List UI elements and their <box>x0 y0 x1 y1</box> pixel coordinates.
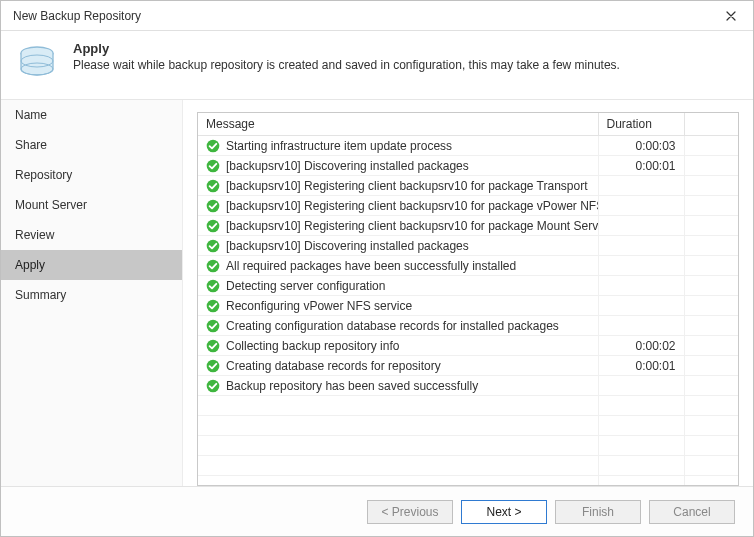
sidebar-item-summary[interactable]: Summary <box>1 280 182 310</box>
table-row <box>198 476 738 487</box>
table-row[interactable]: All required packages have been successf… <box>198 256 738 276</box>
sidebar-item-apply[interactable]: Apply <box>1 250 182 280</box>
table-row <box>198 416 738 436</box>
success-icon <box>206 279 220 293</box>
duration-text <box>598 376 684 396</box>
window-title: New Backup Repository <box>9 9 141 23</box>
table-row[interactable]: Backup repository has been saved success… <box>198 376 738 396</box>
duration-text <box>598 176 684 196</box>
wizard-window: New Backup Repository Apply Please wait … <box>0 0 754 537</box>
wizard-sidebar: NameShareRepositoryMount ServerReviewApp… <box>1 100 183 486</box>
svg-point-7 <box>207 219 220 232</box>
success-icon <box>206 219 220 233</box>
message-text: [backupsrv10] Registering client backups… <box>226 199 598 213</box>
sidebar-item-label: Share <box>15 138 47 152</box>
sidebar-item-repository[interactable]: Repository <box>1 160 182 190</box>
svg-point-6 <box>207 199 220 212</box>
table-row <box>198 436 738 456</box>
success-icon <box>206 339 220 353</box>
svg-point-13 <box>207 339 220 352</box>
table-row[interactable]: Detecting server configuration <box>198 276 738 296</box>
duration-text: 0:00:01 <box>598 356 684 376</box>
wizard-footer: < Previous Next > Finish Cancel <box>1 486 753 536</box>
table-row[interactable]: [backupsrv10] Discovering installed pack… <box>198 236 738 256</box>
message-text: Creating configuration database records … <box>226 319 559 333</box>
sidebar-item-label: Name <box>15 108 47 122</box>
message-text: [backupsrv10] Registering client backups… <box>226 219 598 233</box>
repository-icon <box>15 41 59 85</box>
svg-point-12 <box>207 319 220 332</box>
sidebar-item-label: Summary <box>15 288 66 302</box>
table-row <box>198 396 738 416</box>
duration-text <box>598 316 684 336</box>
table-row[interactable]: Creating configuration database records … <box>198 316 738 336</box>
message-text: Collecting backup repository info <box>226 339 399 353</box>
page-description: Please wait while backup repository is c… <box>73 58 739 72</box>
table-header-row: Message Duration <box>198 113 738 136</box>
table-row[interactable]: Collecting backup repository info0:00:02 <box>198 336 738 356</box>
table-row[interactable]: Starting infrastructure item update proc… <box>198 136 738 156</box>
svg-point-9 <box>207 259 220 272</box>
success-icon <box>206 179 220 193</box>
sidebar-item-name[interactable]: Name <box>1 100 182 130</box>
cancel-button: Cancel <box>649 500 735 524</box>
svg-point-14 <box>207 359 220 372</box>
svg-point-8 <box>207 239 220 252</box>
sidebar-item-label: Repository <box>15 168 72 182</box>
svg-point-3 <box>207 139 220 152</box>
close-button[interactable] <box>711 2 751 30</box>
page-title: Apply <box>73 41 739 56</box>
message-text: All required packages have been successf… <box>226 259 516 273</box>
progress-grid[interactable]: Message Duration Starting infrastructure… <box>197 112 739 486</box>
message-text: Reconfiguring vPower NFS service <box>226 299 412 313</box>
sidebar-item-label: Mount Server <box>15 198 87 212</box>
success-icon <box>206 199 220 213</box>
message-text: Starting infrastructure item update proc… <box>226 139 452 153</box>
message-text: [backupsrv10] Discovering installed pack… <box>226 159 469 173</box>
duration-text: 0:00:03 <box>598 136 684 156</box>
success-icon <box>206 239 220 253</box>
column-header-message[interactable]: Message <box>198 113 598 136</box>
success-icon <box>206 259 220 273</box>
success-icon <box>206 139 220 153</box>
column-header-duration[interactable]: Duration <box>598 113 684 136</box>
sidebar-item-review[interactable]: Review <box>1 220 182 250</box>
duration-text <box>598 296 684 316</box>
duration-text <box>598 256 684 276</box>
table-row[interactable]: [backupsrv10] Registering client backups… <box>198 216 738 236</box>
svg-point-15 <box>207 379 220 392</box>
wizard-main: Message Duration Starting infrastructure… <box>183 100 753 486</box>
table-row[interactable]: [backupsrv10] Discovering installed pack… <box>198 156 738 176</box>
wizard-header: Apply Please wait while backup repositor… <box>1 31 753 100</box>
next-button[interactable]: Next > <box>461 500 547 524</box>
previous-button: < Previous <box>367 500 453 524</box>
column-header-extra[interactable] <box>684 113 738 136</box>
svg-point-4 <box>207 159 220 172</box>
duration-text: 0:00:01 <box>598 156 684 176</box>
success-icon <box>206 159 220 173</box>
success-icon <box>206 359 220 373</box>
table-row[interactable]: Reconfiguring vPower NFS service <box>198 296 738 316</box>
svg-point-10 <box>207 279 220 292</box>
sidebar-item-label: Review <box>15 228 54 242</box>
success-icon <box>206 299 220 313</box>
success-icon <box>206 379 220 393</box>
svg-point-11 <box>207 299 220 312</box>
sidebar-item-mount-server[interactable]: Mount Server <box>1 190 182 220</box>
table-row[interactable]: [backupsrv10] Registering client backups… <box>198 196 738 216</box>
table-row[interactable]: Creating database records for repository… <box>198 356 738 376</box>
duration-text <box>598 216 684 236</box>
sidebar-item-label: Apply <box>15 258 45 272</box>
close-icon <box>726 11 736 21</box>
svg-point-5 <box>207 179 220 192</box>
duration-text <box>598 276 684 296</box>
table-row[interactable]: [backupsrv10] Registering client backups… <box>198 176 738 196</box>
message-text: [backupsrv10] Registering client backups… <box>226 179 588 193</box>
duration-text: 0:00:02 <box>598 336 684 356</box>
finish-button: Finish <box>555 500 641 524</box>
sidebar-item-share[interactable]: Share <box>1 130 182 160</box>
table-row <box>198 456 738 476</box>
titlebar: New Backup Repository <box>1 1 753 31</box>
duration-text <box>598 236 684 256</box>
message-text: Creating database records for repository <box>226 359 441 373</box>
